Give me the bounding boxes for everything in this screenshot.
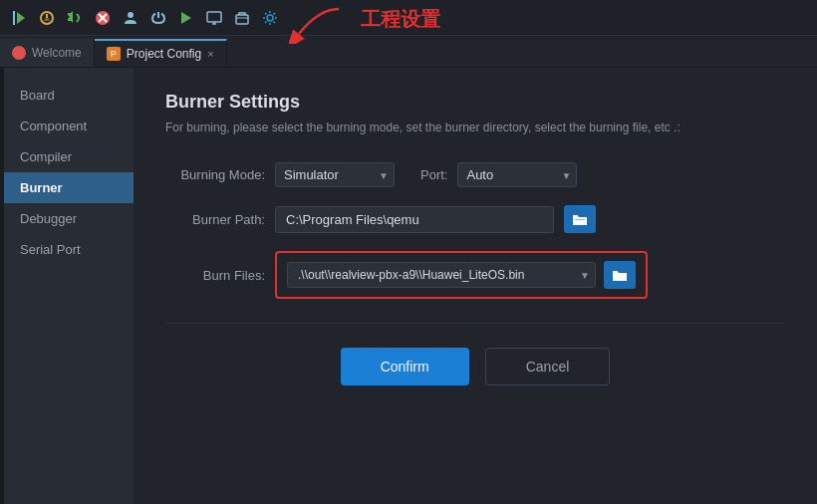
toolbar-icon-user[interactable] — [120, 7, 141, 29]
toolbar-icon-stop[interactable] — [92, 7, 114, 29]
burner-path-input[interactable] — [275, 206, 554, 233]
port-select-wrapper: Auto COM1 COM2 — [457, 162, 577, 187]
burn-files-select-wrapper: .\\out\\realview-pbx-a9\\Huawei_LiteOS.b… — [287, 262, 596, 288]
main-layout: Board Component Compiler Burner Debugger… — [0, 68, 817, 504]
burn-files-select[interactable]: .\\out\\realview-pbx-a9\\Huawei_LiteOS.b… — [287, 262, 596, 288]
sidebar-item-component[interactable]: Component — [4, 111, 134, 141]
svg-marker-4 — [44, 15, 50, 21]
svg-marker-9 — [181, 12, 191, 24]
svg-rect-10 — [207, 12, 221, 22]
toolbar-icon-settings[interactable] — [259, 7, 281, 29]
sidebar: Board Component Compiler Burner Debugger… — [4, 68, 134, 504]
burning-mode-row: Burning Mode: Simulator OpenOCD JLink Po… — [165, 162, 785, 187]
tab-project-config[interactable]: P Project Config × — [95, 39, 227, 67]
burn-files-label: Burn Files: — [165, 268, 265, 283]
svg-rect-0 — [13, 11, 15, 25]
svg-rect-13 — [236, 15, 248, 24]
svg-rect-17 — [575, 219, 585, 220]
burn-files-container: .\\out\\realview-pbx-a9\\Huawei_LiteOS.b… — [275, 251, 648, 299]
burning-mode-select[interactable]: Simulator OpenOCD JLink — [275, 162, 395, 187]
burner-path-label: Burner Path: — [165, 212, 265, 227]
toolbar — [0, 0, 817, 36]
page-title: Burner Settings — [165, 92, 785, 113]
toolbar-icon-2[interactable] — [36, 7, 58, 29]
port-select[interactable]: Auto COM1 COM2 — [457, 162, 577, 187]
sidebar-item-debugger[interactable]: Debugger — [4, 203, 134, 234]
toolbar-icon-1[interactable] — [8, 7, 30, 29]
tab-project-config-label: Project Config — [127, 47, 201, 61]
page-description: For burning, please select the burning m… — [165, 121, 785, 134]
burning-mode-label: Burning Mode: — [165, 167, 265, 182]
tab-bar: Welcome P Project Config × — [0, 36, 817, 68]
toolbar-icon-run[interactable] — [175, 7, 197, 29]
burn-files-browse-button[interactable] — [604, 261, 636, 289]
burning-mode-select-wrapper: Simulator OpenOCD JLink — [275, 162, 395, 187]
sidebar-item-board[interactable]: Board — [4, 80, 134, 111]
sidebar-item-serial-port[interactable]: Serial Port — [4, 234, 134, 265]
tab-welcome-label: Welcome — [32, 46, 82, 60]
toolbar-icon-monitor[interactable] — [203, 7, 225, 29]
tab-close-button[interactable]: × — [207, 48, 213, 60]
button-row: Confirm Cancel — [165, 348, 785, 385]
toolbar-icon-package[interactable] — [231, 7, 253, 29]
burn-files-row: Burn Files: .\\out\\realview-pbx-a9\\Hua… — [165, 251, 785, 299]
sidebar-item-burner[interactable]: Burner — [4, 172, 134, 203]
cancel-button[interactable]: Cancel — [485, 348, 611, 385]
confirm-button[interactable]: Confirm — [341, 348, 469, 385]
svg-point-15 — [267, 15, 273, 21]
svg-point-8 — [128, 12, 134, 18]
sidebar-item-compiler[interactable]: Compiler — [4, 141, 134, 172]
toolbar-icon-3[interactable] — [64, 7, 86, 29]
tab-welcome[interactable]: Welcome — [0, 39, 95, 67]
content-area: Burner Settings For burning, please sele… — [134, 68, 817, 504]
divider — [165, 323, 785, 324]
port-label: Port: — [420, 167, 447, 182]
burner-path-row: Burner Path: — [165, 205, 785, 233]
toolbar-icon-power[interactable] — [147, 7, 169, 29]
svg-marker-1 — [17, 12, 25, 24]
burner-path-browse-button[interactable] — [564, 205, 596, 233]
